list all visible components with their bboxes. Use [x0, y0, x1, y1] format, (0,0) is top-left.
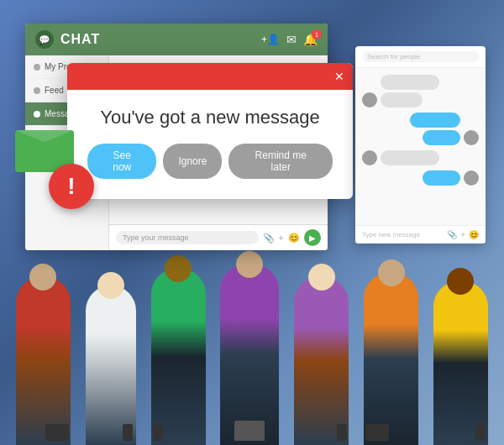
- right-footer-input[interactable]: Type new message: [362, 231, 444, 238]
- right-bubble-gray-3: [381, 150, 439, 165]
- head-4: [236, 251, 263, 278]
- right-avatar-1: [362, 92, 377, 107]
- right-panel: Search for people Type new: [355, 46, 486, 243]
- right-bubble-blue-3: [423, 170, 460, 186]
- right-msg-sent-1: [362, 113, 479, 145]
- device-laptop: [234, 421, 265, 441]
- right-emoji-icon[interactable]: 😊: [469, 230, 479, 239]
- notification-popup: ✕ You've got a new message See now Ignor…: [67, 63, 353, 199]
- right-bubble-blue-2: [423, 130, 460, 145]
- right-bubble-blue-1: [410, 113, 460, 128]
- envelope-icon[interactable]: ✉: [286, 33, 297, 46]
- person-1: [16, 277, 71, 445]
- popup-header: ✕: [67, 63, 353, 90]
- person-2: [86, 285, 136, 445]
- head-1: [29, 264, 56, 291]
- emoji-icon[interactable]: 😊: [288, 233, 300, 243]
- person-3: [151, 269, 206, 445]
- plus-icon[interactable]: +: [279, 233, 284, 243]
- device-tablet-2: [365, 424, 389, 441]
- head-3: [165, 255, 192, 282]
- notification-badge: 1: [312, 29, 322, 39]
- popup-buttons: See now Ignore Remind me later: [87, 144, 333, 179]
- add-person-icon[interactable]: +👤: [261, 34, 280, 45]
- people-area: [0, 252, 504, 445]
- right-paperclip-icon[interactable]: 📎: [447, 230, 457, 239]
- bell-icon[interactable]: 🔔 1: [303, 33, 318, 46]
- device-phone-7: [475, 424, 486, 441]
- right-avatar-2: [464, 130, 479, 145]
- remind-later-button[interactable]: Remind me later: [228, 144, 333, 179]
- right-bubble-gray-1: [381, 75, 439, 90]
- send-button[interactable]: ▶: [304, 229, 321, 246]
- sidebar-dot: [34, 87, 40, 94]
- close-button[interactable]: ✕: [334, 70, 344, 83]
- device-phone-5: [337, 424, 347, 441]
- head-7: [447, 268, 474, 295]
- right-msg-sent-2: [362, 170, 479, 186]
- chat-input-bar: Type your message 📎 + 😊 ▶: [109, 224, 328, 250]
- sidebar-dot: [34, 64, 40, 71]
- notification-message: You've got a new message: [87, 107, 333, 128]
- right-search-input[interactable]: Search for people: [362, 51, 479, 62]
- head-5: [308, 264, 335, 291]
- device-phone-3: [153, 424, 163, 441]
- chat-app-title: CHAT: [60, 32, 100, 47]
- paperclip-icon[interactable]: 📎: [263, 233, 275, 243]
- sidebar-dot-active: [34, 111, 40, 118]
- right-msg-received-1: [362, 75, 479, 107]
- titlebar-icons: +👤 ✉ 🔔 1: [261, 33, 318, 46]
- device-tablet: [45, 424, 69, 441]
- head-2: [97, 272, 124, 299]
- ignore-button[interactable]: Ignore: [163, 144, 222, 179]
- message-input[interactable]: Type your message: [116, 231, 259, 244]
- person-4: [220, 264, 279, 445]
- person-7: [433, 281, 488, 445]
- device-phone-2: [123, 424, 133, 441]
- chat-titlebar: 💬 CHAT +👤 ✉ 🔔 1: [25, 24, 328, 55]
- person-5: [294, 277, 349, 445]
- envelope-flap: [15, 130, 74, 152]
- person-6: [364, 273, 418, 445]
- right-avatar-3: [362, 150, 377, 165]
- alert-icon: !: [49, 164, 94, 209]
- head-6: [378, 259, 405, 286]
- right-panel-header: Search for people: [355, 46, 486, 68]
- chat-app-icon: 💬: [35, 30, 54, 49]
- popup-body: You've got a new message See now Ignore …: [67, 90, 353, 199]
- right-panel-footer: Type new message 📎 + 😊: [355, 225, 486, 243]
- right-panel-body: [355, 68, 486, 225]
- alert-symbol: !: [67, 175, 75, 198]
- see-now-button[interactable]: See now: [87, 144, 156, 179]
- right-msg-received-2: [362, 150, 479, 165]
- right-avatar-4: [464, 170, 479, 186]
- right-plus-icon[interactable]: +: [460, 230, 465, 239]
- right-bubble-gray-2: [381, 92, 423, 107]
